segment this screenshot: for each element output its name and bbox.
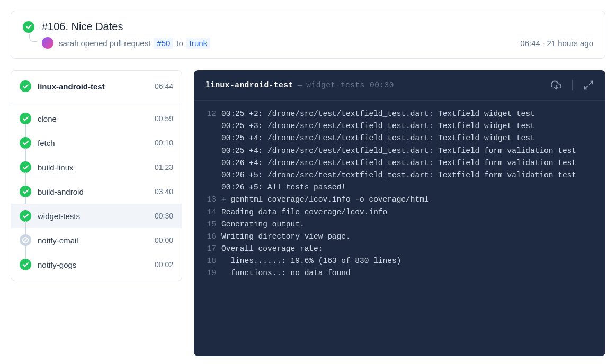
- pr-link[interactable]: #50: [154, 38, 173, 49]
- step-notify-email[interactable]: notify-email00:00: [11, 228, 182, 252]
- svg-line-3: [585, 86, 588, 89]
- log-line: 15Generating output.: [201, 219, 594, 231]
- pipeline-header[interactable]: linux-android-test 06:44: [11, 71, 182, 102]
- line-number: 12: [201, 108, 216, 194]
- build-title: #106. Nice Dates: [42, 21, 123, 33]
- step-duration: 00:02: [155, 260, 173, 269]
- step-duration: 03:40: [155, 187, 173, 196]
- step-name: clone: [38, 114, 57, 123]
- step-duration: 00:59: [155, 114, 173, 123]
- log-text: Overall coverage rate:: [221, 243, 323, 255]
- line-number: 15: [201, 219, 216, 231]
- expand-icon[interactable]: [583, 80, 594, 90]
- line-number: 13: [201, 194, 216, 206]
- svg-line-2: [590, 81, 593, 85]
- step-name: build-android: [38, 187, 84, 196]
- step-name: widget-tests: [38, 212, 80, 221]
- pipeline-sidebar: linux-android-test 06:44 clone00:59fetch…: [11, 70, 182, 281]
- download-icon[interactable]: [551, 80, 561, 90]
- author-name: sarah: [59, 39, 79, 48]
- step-widget-tests[interactable]: widget-tests00:30: [11, 204, 182, 228]
- svg-line-1: [24, 239, 28, 242]
- build-header: #106. Nice Dates sarah opened pull reque…: [11, 11, 605, 59]
- branch-link[interactable]: trunk: [186, 38, 210, 49]
- step-duration: 00:10: [155, 139, 173, 147]
- action-separator: [572, 80, 573, 90]
- check-icon: [20, 186, 31, 197]
- step-notify-gogs[interactable]: notify-gogs00:02: [11, 252, 182, 277]
- check-icon: [20, 161, 31, 173]
- log-text: lines......: 19.6% (163 of 830 lines): [221, 255, 401, 267]
- line-number: 14: [201, 206, 216, 219]
- meta-sep: ·: [540, 39, 547, 48]
- action-text: opened pull request: [81, 39, 151, 48]
- step-duration: 00:30: [155, 212, 173, 220]
- log-line: 13+ genhtml coverage/lcov.info -o covera…: [201, 194, 594, 206]
- check-icon: [20, 259, 31, 270]
- log-line: 1200:25 +2: /drone/src/test/textfield_te…: [201, 108, 594, 194]
- pipeline-duration: 06:44: [155, 82, 173, 90]
- log-line: 18 lines......: 19.6% (163 of 830 lines): [201, 255, 594, 267]
- line-number: 17: [201, 243, 216, 255]
- check-icon: [20, 113, 31, 124]
- step-name: notify-gogs: [38, 260, 76, 269]
- log-text: Writing directory view page.: [221, 231, 351, 243]
- terminal-title: linux-android-test: [206, 81, 293, 89]
- build-meta: 06:44 · 21 hours ago: [520, 39, 593, 48]
- step-clone[interactable]: clone00:59: [11, 106, 182, 131]
- pipeline-name: linux-android-test: [38, 82, 105, 91]
- check-icon: [20, 80, 31, 92]
- terminal-body[interactable]: 1200:25 +2: /drone/src/test/textfield_te…: [194, 101, 605, 292]
- log-line: 19 functions..: no data found: [201, 267, 594, 279]
- terminal: linux-android-test — widget-tests 00:30 …: [194, 70, 605, 356]
- log-line: 16Writing directory view page.: [201, 231, 594, 243]
- steps-list: clone00:59fetch00:10build-linux01:23buil…: [11, 102, 182, 281]
- avatar: [42, 37, 53, 49]
- terminal-header: linux-android-test — widget-tests 00:30: [194, 70, 605, 101]
- terminal-step-time: 00:30: [370, 81, 394, 89]
- terminal-subtitle: widget-tests 00:30: [306, 81, 394, 89]
- check-icon: [20, 210, 31, 222]
- terminal-step-name: widget-tests: [306, 81, 364, 89]
- skip-icon: [20, 234, 31, 246]
- log-line: 17Overall coverage rate:: [201, 243, 594, 255]
- build-header-top: #106. Nice Dates: [23, 21, 593, 33]
- line-number: 16: [201, 231, 216, 243]
- log-line: 14Reading data file coverage/lcov.info: [201, 206, 594, 219]
- terminal-separator: —: [298, 81, 302, 89]
- build-subheader: sarah opened pull request #50 to trunk 0…: [42, 37, 593, 49]
- log-text: 00:25 +2: /drone/src/test/textfield_test…: [221, 108, 576, 194]
- check-icon: [23, 21, 34, 33]
- step-build-linux[interactable]: build-linux01:23: [11, 155, 182, 179]
- step-name: notify-email: [38, 236, 78, 245]
- build-relative-time: 21 hours ago: [547, 39, 593, 48]
- line-number: 19: [201, 267, 216, 279]
- step-name: build-linux: [38, 163, 74, 172]
- log-text: Reading data file coverage/lcov.info: [221, 206, 387, 219]
- step-build-android[interactable]: build-android03:40: [11, 179, 182, 204]
- check-icon: [20, 137, 31, 149]
- log-text: Generating output.: [221, 219, 305, 231]
- to-word: to: [176, 39, 183, 48]
- log-text: functions..: no data found: [221, 267, 351, 279]
- line-number: 18: [201, 255, 216, 267]
- build-time: 06:44: [520, 39, 540, 48]
- step-duration: 01:23: [155, 163, 173, 171]
- step-fetch[interactable]: fetch00:10: [11, 131, 182, 155]
- step-duration: 00:00: [155, 236, 173, 244]
- log-text: + genhtml coverage/lcov.info -o coverage…: [221, 194, 429, 206]
- terminal-actions: [551, 80, 594, 90]
- step-name: fetch: [38, 139, 55, 148]
